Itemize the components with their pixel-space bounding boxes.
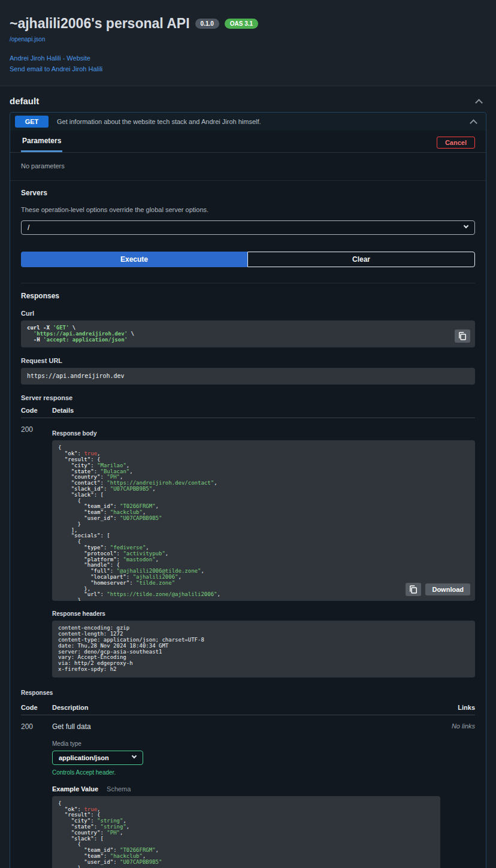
curl-label: Curl: [21, 310, 475, 317]
links-column-header: Links: [440, 704, 475, 711]
swagger-ui-page: ~ajhalili2006's personal API 0.1.0 OAS 3…: [0, 0, 496, 868]
server-select-wrap: /: [21, 220, 475, 235]
execute-button[interactable]: Execute: [21, 252, 247, 267]
no-parameters-text: No parameters: [10, 153, 486, 180]
response-headers-block: content-encoding: gzip content-length: 1…: [52, 621, 475, 677]
code-column-header: Code: [21, 704, 52, 711]
servers-heading: Servers: [21, 189, 475, 197]
response-body-code-block[interactable]: { "ok": true, "result": { "city": "Maril…: [52, 440, 475, 601]
responses-heading: Responses: [21, 292, 475, 300]
tab-parameters[interactable]: Parameters: [21, 137, 62, 152]
live-response-table-header: Code Details: [21, 401, 475, 418]
execute-row: Execute Clear: [10, 235, 486, 267]
response-details: Response body { "ok": true, "result": { …: [52, 424, 475, 677]
api-title-row: ~ajhalili2006's personal API 0.1.0 OAS 3…: [10, 16, 486, 32]
tag-section-default[interactable]: default: [10, 96, 486, 106]
servers-note: These operation-level options override t…: [21, 206, 475, 213]
media-type-select-wrap: application/json: [52, 751, 143, 765]
cancel-button[interactable]: Cancel: [437, 137, 475, 149]
example-tabs: Example Value Schema: [52, 785, 440, 793]
example-value-code-block: { "ok": true, "result": { "city": "strin…: [52, 796, 440, 868]
responses-table-label: Responses: [21, 689, 475, 696]
version-badge: 0.1.0: [195, 19, 219, 29]
operation-summary: Get information about the website tech s…: [57, 118, 261, 125]
section-title: default: [10, 96, 39, 106]
clear-button[interactable]: Clear: [247, 252, 475, 267]
server-response-label: Server response: [21, 394, 475, 401]
operation-header[interactable]: GET Get information about the website te…: [10, 113, 486, 131]
server-select[interactable]: /: [21, 220, 475, 235]
curl-block-wrap: curl -X 'GET' \ 'https://api.andreijiroh…: [21, 320, 475, 347]
opblock-get-root: GET Get information about the website te…: [10, 112, 486, 868]
copy-response-button[interactable]: [406, 583, 421, 596]
response-status-code: 200: [21, 424, 52, 677]
response-code-cell: 200: [21, 721, 52, 868]
operation-body: Parameters Cancel No parameters Servers …: [10, 131, 486, 868]
responses-table-header: Code Description Links: [21, 698, 475, 715]
responses-table-row: 200 Get full data Media type application…: [21, 715, 475, 868]
chevron-up-icon[interactable]: [475, 99, 483, 107]
details-column-header: Details: [52, 407, 475, 414]
api-title: ~ajhalili2006's personal API: [10, 16, 190, 32]
response-description: Get full data: [52, 722, 440, 731]
response-body-label: Response body: [52, 430, 475, 437]
request-url-label: Request URL: [21, 357, 475, 364]
download-button[interactable]: Download: [425, 583, 470, 595]
copy-curl-button[interactable]: [455, 329, 470, 343]
clipboard-icon: [459, 332, 466, 340]
tab-schema[interactable]: Schema: [107, 785, 131, 793]
website-link[interactable]: Andrei Jiroh Halili - Website: [10, 55, 486, 62]
response-body-wrap: { "ok": true, "result": { "city": "Maril…: [52, 440, 475, 601]
request-url-value: https://api.andreijiroh.dev: [21, 368, 475, 385]
external-links: Andrei Jiroh Halili - Website Send email…: [10, 55, 486, 72]
curl-code-block: curl -X 'GET' \ 'https://api.andreijiroh…: [21, 320, 475, 347]
media-type-note: Controls Accept header.: [52, 769, 440, 776]
response-headers-label: Response headers: [52, 610, 475, 617]
response-links: No links: [440, 721, 475, 868]
chevron-up-icon[interactable]: [470, 119, 477, 127]
method-badge: GET: [15, 116, 49, 128]
openapi-spec-link[interactable]: /openapi.json: [10, 36, 46, 43]
email-link[interactable]: Send email to Andrei Jiroh Halili: [10, 65, 486, 72]
description-column-header: Description: [52, 704, 440, 711]
clipboard-icon: [410, 585, 417, 594]
oas-badge: OAS 3.1: [225, 19, 258, 29]
live-response-row: 200 Response body { "ok": true, "result"…: [21, 418, 475, 677]
parameters-tab-row: Parameters Cancel: [10, 131, 486, 153]
code-column-header: Code: [21, 407, 52, 414]
media-type-label: Media type: [52, 740, 440, 747]
servers-section: Servers These operation-level options ov…: [10, 180, 486, 235]
responses-wrapper: Responses Curl curl -X 'GET' \ 'https://…: [21, 283, 475, 868]
tab-example-value[interactable]: Example Value: [52, 785, 98, 793]
media-type-select[interactable]: application/json: [52, 751, 143, 765]
response-description-cell: Get full data Media type application/jso…: [52, 721, 440, 868]
api-info-header: ~ajhalili2006's personal API 0.1.0 OAS 3…: [0, 0, 496, 86]
